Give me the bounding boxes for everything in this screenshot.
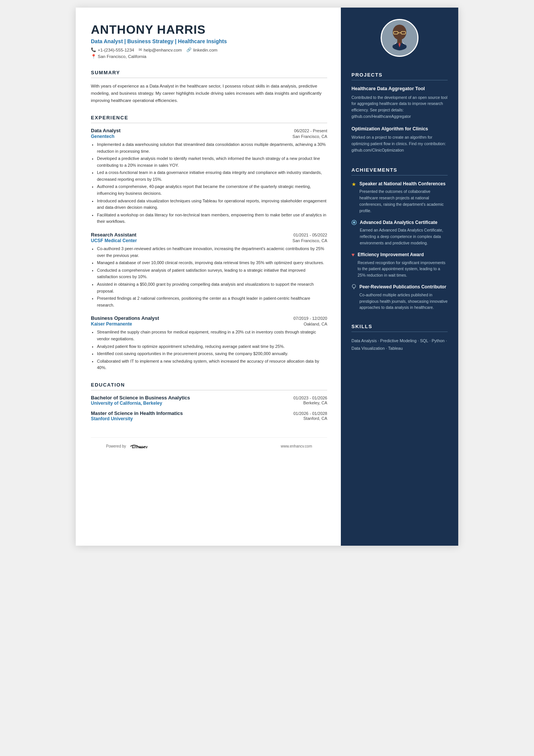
- achievement-title-2: Advanced Data Analytics Certificate: [360, 219, 448, 226]
- achievement-title-1: Speaker at National Health Conferences: [359, 181, 448, 187]
- skills-title: SKILLS: [351, 324, 448, 332]
- bullet-item: Authored a comprehensive, 40-page analyt…: [97, 183, 327, 197]
- email-icon: ✉: [139, 47, 142, 52]
- achievement-content-4: Peer-Reviewed Publications Contributor C…: [359, 284, 448, 311]
- education-section: EDUCATION Bachelor of Science in Busines…: [91, 382, 327, 421]
- job-location-1: San Francisco, CA: [292, 134, 327, 139]
- achievement-content-3: Efficiency Improvement Award Received re…: [358, 252, 448, 279]
- achievement-content-2: Advanced Data Analytics Certificate Earn…: [360, 219, 448, 246]
- education-entry-2: Master of Science in Health Informatics …: [91, 410, 327, 421]
- footer-brand: Powered by Enhancv: [106, 443, 151, 450]
- job-bullets-2: Co-authored 3 peer-reviewed articles on …: [91, 246, 327, 308]
- achievement-entry-1: ★ Speaker at National Health Conferences…: [351, 181, 448, 214]
- achievements-title: ACHIEVEMENTS: [351, 167, 448, 175]
- achievements-section: ACHIEVEMENTS ★ Speaker at National Healt…: [341, 167, 458, 316]
- phone-number: +1-(234)-555-1234: [98, 48, 134, 52]
- job-dates-3: 07/2019 - 12/2020: [294, 316, 327, 321]
- skills-section: SKILLS Data Analysis · Predictive Modeli…: [341, 324, 458, 352]
- svg-point-9: [352, 284, 356, 288]
- experience-entry-2: Research Assistant 01/2021 - 05/2022 UCS…: [91, 232, 327, 308]
- bullet-item: Implemented a data warehousing solution …: [97, 141, 327, 155]
- location-text: San Francisco, California: [98, 54, 146, 59]
- achievement-entry-4: Peer-Reviewed Publications Contributor C…: [351, 284, 448, 311]
- project-title-2: Optimization Algorithm for Clinics: [351, 126, 448, 133]
- bullet-item: Managed a database of over 10,000 clinic…: [97, 260, 327, 266]
- bullet-item: Facilitated a workshop on data literacy …: [97, 212, 327, 225]
- achievement-desc-1: Presented the outcomes of collaborative …: [359, 188, 448, 214]
- project-entry-2: Optimization Algorithm for Clinics Worke…: [351, 126, 448, 153]
- location-pin-icon: 📍: [91, 54, 96, 59]
- bullet-item: Collaborated with IT to implement a new …: [97, 358, 327, 371]
- experience-section: EXPERIENCE Data Analyst 06/2022 - Presen…: [91, 115, 327, 371]
- candidate-title: Data Analyst | Business Strategy | Healt…: [91, 38, 327, 44]
- powered-by-text: Powered by: [106, 444, 126, 448]
- profile-photo: [381, 19, 418, 57]
- right-column: PROJECTS Healthcare Data Aggregator Tool…: [341, 8, 458, 546]
- summary-title: SUMMARY: [91, 70, 327, 78]
- bullet-item: Conducted a comprehensive analysis of pa…: [97, 267, 327, 280]
- photo-container: [341, 8, 458, 64]
- project-entry-1: Healthcare Data Aggregator Tool Contribu…: [351, 86, 448, 120]
- phone-contact: 📞 +1-(234)-555-1234: [91, 47, 134, 52]
- enhancv-logo: Enhancv: [128, 443, 151, 450]
- school-1: University of California, Berkeley: [91, 401, 162, 406]
- svg-text:Enhancv: Enhancv: [132, 445, 148, 449]
- achievement-title-3: Efficiency Improvement Award: [358, 252, 448, 258]
- degree-1: Bachelor of Science in Business Analytic…: [91, 395, 190, 401]
- job-title-1: Data Analyst: [91, 128, 120, 133]
- experience-title: EXPERIENCE: [91, 115, 327, 123]
- edu-dates-2: 01/2026 - 01/2028: [294, 411, 327, 416]
- edu-location-2: Stanford, CA: [303, 416, 327, 421]
- bullet-item: Presented findings at 2 national confere…: [97, 295, 327, 308]
- company-name-3: Kaiser Permanente: [91, 321, 132, 327]
- email-address: help@enhancv.com: [144, 48, 182, 52]
- summary-section: SUMMARY With years of experience as a Da…: [91, 70, 327, 104]
- degree-2: Master of Science in Health Informatics: [91, 410, 183, 416]
- education-title: EDUCATION: [91, 382, 327, 390]
- school-2: Stanford University: [91, 416, 133, 421]
- edu-dates-1: 01/2023 - 01/2026: [294, 396, 327, 400]
- photo-svg: [383, 21, 417, 55]
- company-name-2: UCSF Medical Center: [91, 238, 137, 243]
- bullet-item: Co-authored 3 peer-reviewed articles on …: [97, 246, 327, 259]
- footer-website: www.enhancv.com: [281, 444, 312, 448]
- achievement-content-1: Speaker at National Health Conferences P…: [359, 181, 448, 214]
- summary-text: With years of experience as a Data Analy…: [91, 83, 327, 104]
- bullet-item: Streamlined the supply chain process for…: [97, 329, 327, 342]
- phone-icon: 📞: [91, 47, 96, 52]
- job-bullets-3: Streamlined the supply chain process for…: [91, 329, 327, 371]
- achievement-heart-icon: ♥: [351, 252, 354, 279]
- candidate-name: ANTHONY HARRIS: [91, 23, 327, 37]
- achievement-medal-icon: [351, 220, 357, 246]
- job-title-3: Business Operations Analyst: [91, 315, 159, 321]
- linkedin-contact: 🔗 linkedin.com: [186, 47, 217, 52]
- achievement-desc-4: Co-authored multiple articles published …: [359, 292, 448, 311]
- bullet-item: Introduced advanced data visualization t…: [97, 198, 327, 211]
- achievement-entry-2: Advanced Data Analytics Certificate Earn…: [351, 219, 448, 246]
- bullet-item: Led a cross-functional team in a data go…: [97, 169, 327, 183]
- job-title-2: Research Assistant: [91, 232, 136, 238]
- job-dates-1: 06/2022 - Present: [294, 128, 327, 133]
- bullet-item: Assisted in obtaining a $50,000 grant by…: [97, 281, 327, 294]
- job-dates-2: 01/2021 - 05/2022: [294, 233, 327, 237]
- achievement-star-icon: ★: [351, 181, 356, 214]
- linkedin-icon: 🔗: [186, 47, 192, 52]
- experience-entry-3: Business Operations Analyst 07/2019 - 12…: [91, 315, 327, 371]
- achievement-desc-2: Earned an Advanced Data Analytics Certif…: [360, 227, 448, 246]
- achievement-desc-3: Received recognition for significant imp…: [358, 260, 448, 279]
- projects-title: PROJECTS: [351, 72, 448, 80]
- edu-location-1: Berkeley, CA: [303, 401, 327, 406]
- job-location-3: Oakland, CA: [304, 322, 327, 326]
- education-entry-1: Bachelor of Science in Business Analytic…: [91, 395, 327, 406]
- bullet-item: Analyzed patient flow to optimize appoin…: [97, 343, 327, 350]
- skills-text: Data Analysis · Predictive Modeling · SQ…: [351, 337, 448, 352]
- email-contact: ✉ help@enhancv.com: [139, 47, 182, 52]
- company-name-1: Genentech: [91, 134, 114, 139]
- bullet-item: Identified cost-saving opportunities in …: [97, 351, 327, 357]
- achievement-bulb-icon: [351, 284, 356, 311]
- achievement-entry-3: ♥ Efficiency Improvement Award Received …: [351, 252, 448, 279]
- project-desc-1: Contributed to the development of an ope…: [351, 94, 448, 120]
- job-bullets-1: Implemented a data warehousing solution …: [91, 141, 327, 225]
- svg-point-8: [353, 221, 355, 224]
- project-desc-2: Worked on a project to create an algorit…: [351, 134, 448, 153]
